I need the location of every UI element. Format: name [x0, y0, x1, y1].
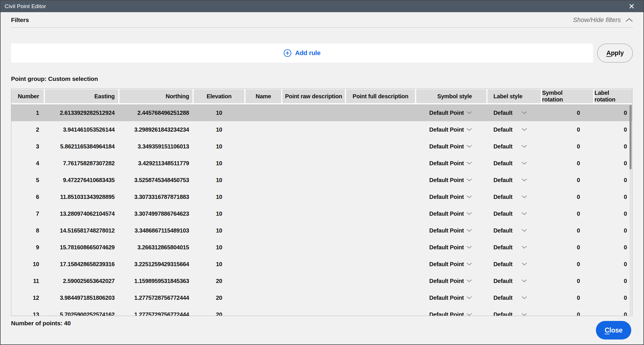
- column-header-label-style[interactable]: Label style: [487, 89, 541, 103]
- column-header-point-raw-description[interactable]: Point raw description: [282, 89, 345, 103]
- cell-northing: 1.1598959531845363: [119, 273, 193, 289]
- cell-elevation: 20: [194, 273, 244, 289]
- column-header-point-full-description[interactable]: Point full description: [346, 89, 415, 103]
- table-row[interactable]: 611.8510313439288953.307331678787188310D…: [11, 188, 632, 205]
- symbol-style-dropdown[interactable]: Default Point: [416, 273, 487, 289]
- symbol-style-dropdown[interactable]: Default Point: [416, 104, 487, 121]
- table-row[interactable]: 1017.1584286582393163.225125942931566410…: [11, 256, 632, 273]
- chevron-up-icon: [625, 18, 633, 22]
- symbol-style-dropdown[interactable]: Default Point: [416, 138, 487, 155]
- label-style-dropdown[interactable]: Default: [487, 239, 541, 256]
- close-icon[interactable]: ✕: [627, 3, 636, 10]
- cell-easting: 7.761758287307282: [45, 155, 118, 172]
- table-row[interactable]: 59.4722764106834353.525874534845075310De…: [11, 172, 632, 188]
- cell-easting: 14.516581748278012: [45, 222, 118, 239]
- table-row[interactable]: 47.7617582873072823.42921134851177910Def…: [11, 155, 632, 172]
- label-style-dropdown[interactable]: Default: [487, 138, 541, 155]
- cell-symbol-rotation: 0: [542, 239, 593, 256]
- table-row[interactable]: 12.61339292825129242.44576849625128810De…: [11, 104, 632, 121]
- table-body: 12.61339292825129242.44576849625128810De…: [11, 104, 632, 316]
- column-header-symbol-rotation[interactable]: Symbol rotation: [542, 89, 593, 103]
- symbol-style-dropdown[interactable]: Default Point: [416, 155, 487, 172]
- cell-elevation: 10: [194, 205, 244, 222]
- symbol-style-dropdown[interactable]: Default Point: [416, 289, 487, 306]
- cell-symbol-rotation: 0: [542, 155, 593, 172]
- label-style-dropdown[interactable]: Default: [487, 172, 541, 188]
- table-row[interactable]: 23.9414610535261443.298926184323423410De…: [11, 121, 632, 138]
- table-row[interactable]: 112.5900256536420271.159895953184536320D…: [11, 273, 632, 289]
- show-hide-filters-toggle[interactable]: Show/Hide filters: [573, 16, 633, 24]
- symbol-style-dropdown[interactable]: Default Point: [416, 205, 487, 222]
- label-style-dropdown[interactable]: Default: [487, 205, 541, 222]
- cell-elevation: 10: [194, 138, 244, 155]
- label-style-dropdown[interactable]: Default: [487, 306, 541, 316]
- table-row[interactable]: 915.7816086650746293.26631286580401510De…: [11, 239, 632, 256]
- add-rule-plus-icon: [283, 49, 292, 57]
- points-count-label: Number of points: 40: [11, 320, 633, 327]
- label-style-dropdown[interactable]: Default: [487, 104, 541, 121]
- cell-northing: 2.445768496251288: [119, 104, 193, 121]
- symbol-style-dropdown[interactable]: Default Point: [416, 306, 487, 316]
- close-button[interactable]: Close: [596, 321, 631, 339]
- cell-northing: 3.3073316787871883: [119, 188, 193, 205]
- table-row[interactable]: 123.98449718518062031.277572875677244420…: [11, 289, 632, 306]
- show-hide-filters-label: Show/Hide filters: [573, 16, 621, 24]
- cell-northing: 3.5258745348450753: [119, 172, 193, 188]
- symbol-style-value: Default Point: [429, 194, 464, 200]
- cell-label-rotation: 0: [594, 205, 632, 222]
- cell-point-raw-description: [282, 205, 345, 222]
- symbol-style-dropdown[interactable]: Default Point: [416, 188, 487, 205]
- column-header-symbol-style[interactable]: Symbol style: [416, 89, 487, 103]
- table-row[interactable]: 135.70259002525741621.277572975677244420…: [11, 306, 632, 316]
- label-style-dropdown[interactable]: Default: [487, 289, 541, 306]
- chevron-down-icon: [522, 263, 527, 266]
- chevron-down-icon: [522, 195, 527, 198]
- cell-number: 6: [11, 188, 44, 205]
- cell-number: 1: [11, 104, 44, 121]
- symbol-style-dropdown[interactable]: Default Point: [416, 256, 487, 273]
- table-row[interactable]: 35.86211653849641843.34935915110601310De…: [11, 138, 632, 155]
- cell-point-raw-description: [282, 138, 345, 155]
- symbol-style-dropdown[interactable]: Default Point: [416, 222, 487, 239]
- cell-number: 2: [11, 121, 44, 138]
- add-rule-button[interactable]: Add rule: [283, 49, 321, 57]
- table-row[interactable]: 713.2809740621045743.307499788676462310D…: [11, 205, 632, 222]
- symbol-style-dropdown[interactable]: Default Point: [416, 172, 487, 188]
- cell-label-rotation: 0: [594, 121, 632, 138]
- label-style-dropdown[interactable]: Default: [487, 121, 541, 138]
- vertical-scrollbar-track[interactable]: [630, 105, 632, 315]
- vertical-scrollbar-thumb[interactable]: [630, 105, 632, 169]
- cell-number: 12: [11, 289, 44, 306]
- column-header-elevation[interactable]: Elevation: [194, 89, 244, 103]
- column-header-northing[interactable]: Northing: [119, 89, 193, 103]
- label-style-dropdown[interactable]: Default: [487, 273, 541, 289]
- label-style-dropdown[interactable]: Default: [487, 222, 541, 239]
- symbol-style-dropdown[interactable]: Default Point: [416, 239, 487, 256]
- add-rule-label: Add rule: [295, 49, 321, 57]
- cell-easting: 3.941461053526144: [45, 121, 118, 138]
- table-row[interactable]: 814.5165817482780123.348686711548910310D…: [11, 222, 632, 239]
- column-header-number[interactable]: Number: [11, 89, 44, 103]
- label-style-dropdown[interactable]: Default: [487, 256, 541, 273]
- symbol-style-value: Default Point: [429, 177, 464, 184]
- column-header-easting[interactable]: Easting: [45, 89, 118, 103]
- chevron-down-icon: [522, 296, 527, 299]
- label-style-value: Default: [493, 110, 512, 116]
- cell-symbol-rotation: 0: [542, 222, 593, 239]
- label-style-dropdown[interactable]: Default: [487, 155, 541, 172]
- cell-number: 8: [11, 222, 44, 239]
- symbol-style-dropdown[interactable]: Default Point: [416, 121, 487, 138]
- cell-elevation: 10: [194, 239, 244, 256]
- label-style-dropdown[interactable]: Default: [487, 188, 541, 205]
- column-header-label-rotation[interactable]: Label rotation: [594, 89, 632, 103]
- chevron-down-icon: [467, 279, 472, 282]
- cell-northing: 3.266312865804015: [119, 239, 193, 256]
- title-bar: Civil Point Editor ✕: [1, 1, 643, 12]
- cell-point-full-description: [346, 256, 415, 273]
- symbol-style-value: Default Point: [429, 261, 464, 268]
- label-style-value: Default: [493, 261, 512, 268]
- cell-point-raw-description: [282, 306, 345, 316]
- column-header-name[interactable]: Name: [245, 89, 281, 103]
- apply-button[interactable]: Apply: [597, 43, 633, 63]
- cell-point-raw-description: [282, 121, 345, 138]
